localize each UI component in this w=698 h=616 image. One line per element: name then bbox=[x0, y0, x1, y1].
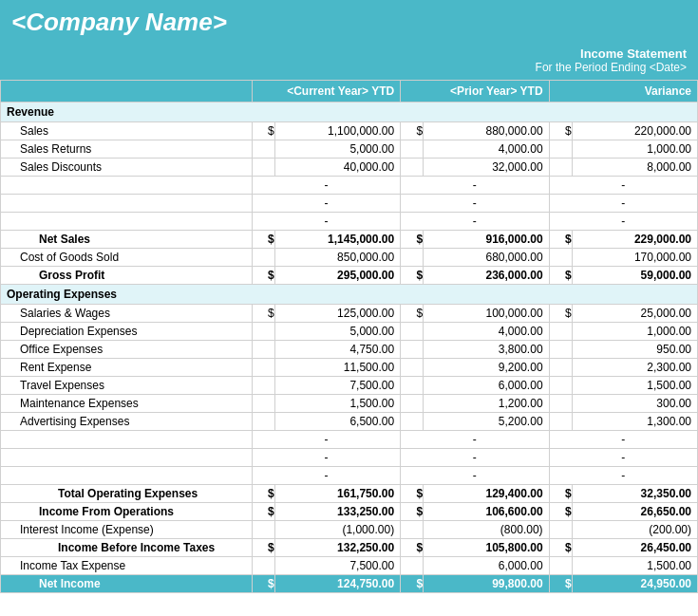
dollar3 bbox=[549, 341, 572, 359]
table-row: Sales Returns5,000.004,000.001,000.00 bbox=[1, 140, 698, 159]
dollar3 bbox=[549, 395, 572, 413]
val3: 220,000.00 bbox=[572, 122, 697, 140]
dollar1: $ bbox=[252, 267, 274, 285]
dollar1: $ bbox=[252, 503, 274, 521]
val2: 9,200.00 bbox=[424, 359, 549, 377]
table-row: --- bbox=[1, 449, 698, 467]
row-label: Gross Profit bbox=[1, 267, 253, 285]
val1: 132,250.00 bbox=[274, 539, 400, 557]
val3: - bbox=[549, 449, 697, 467]
val2: 4,000.00 bbox=[424, 323, 549, 341]
table-row: Salaries & Wages$125,000.00$100,000.00$2… bbox=[1, 305, 698, 323]
dollar2: $ bbox=[401, 539, 424, 557]
table-row: Maintenance Expenses1,500.001,200.00300.… bbox=[1, 395, 698, 413]
row-label: Cost of Goods Sold bbox=[1, 249, 253, 267]
dollar1: $ bbox=[252, 485, 274, 503]
val3: 950.00 bbox=[572, 341, 697, 359]
val3: 1,000.00 bbox=[572, 140, 697, 159]
dollar2: $ bbox=[401, 231, 424, 249]
val1: - bbox=[252, 449, 400, 467]
col-prior-year: <Prior Year> YTD bbox=[401, 81, 549, 103]
table-body: RevenueSales$1,100,000.00$880,000.00$220… bbox=[1, 103, 698, 593]
dollar3 bbox=[549, 359, 572, 377]
dollar2 bbox=[401, 557, 424, 575]
row-label: Sales Discounts bbox=[1, 159, 253, 177]
dollar3: $ bbox=[549, 503, 572, 521]
table-row: --- bbox=[1, 177, 698, 195]
dollar1 bbox=[252, 159, 274, 177]
table-row: Net Income$124,750.00$99,800.00$24,950.0… bbox=[1, 575, 698, 593]
table-row: Sales Discounts40,000.0032,000.008,000.0… bbox=[1, 159, 698, 177]
table-row: Rent Expense11,500.009,200.002,300.00 bbox=[1, 359, 698, 377]
row-label: Office Expenses bbox=[1, 341, 253, 359]
dollar2 bbox=[401, 413, 424, 431]
val3: 25,000.00 bbox=[572, 305, 697, 323]
val2: 5,200.00 bbox=[424, 413, 549, 431]
dollar3 bbox=[549, 249, 572, 267]
table-row: Income Tax Expense7,500.006,000.001,500.… bbox=[1, 557, 698, 575]
table-row: Travel Expenses7,500.006,000.001,500.00 bbox=[1, 377, 698, 395]
dollar2 bbox=[401, 359, 424, 377]
dollar1 bbox=[252, 249, 274, 267]
val2: - bbox=[401, 177, 549, 195]
val3: 170,000.00 bbox=[572, 249, 697, 267]
row-label: Rent Expense bbox=[1, 359, 253, 377]
val3: 24,950.00 bbox=[572, 575, 697, 593]
dollar2 bbox=[401, 341, 424, 359]
val1: - bbox=[252, 177, 400, 195]
dollar2 bbox=[401, 140, 424, 159]
table-row: --- bbox=[1, 431, 698, 449]
val1: 7,500.00 bbox=[274, 557, 400, 575]
table-row: Sales$1,100,000.00$880,000.00$220,000.00 bbox=[1, 122, 698, 140]
table-row: Cost of Goods Sold850,000.00680,000.0017… bbox=[1, 249, 698, 267]
val3: (200.00) bbox=[572, 521, 697, 539]
row-label: Interest Income (Expense) bbox=[1, 521, 253, 539]
row-label bbox=[1, 177, 253, 195]
table-row: Advertising Expenses6,500.005,200.001,30… bbox=[1, 413, 698, 431]
dollar1 bbox=[252, 557, 274, 575]
dollar1 bbox=[252, 140, 274, 159]
val1: 850,000.00 bbox=[274, 249, 400, 267]
section-title: Revenue bbox=[1, 103, 698, 122]
row-label: Total Operating Expenses bbox=[1, 485, 253, 503]
val2: 32,000.00 bbox=[424, 159, 549, 177]
dollar3 bbox=[549, 140, 572, 159]
val3: 1,500.00 bbox=[572, 377, 697, 395]
dollar1: $ bbox=[252, 305, 274, 323]
dollar3 bbox=[549, 557, 572, 575]
val2: 1,200.00 bbox=[424, 395, 549, 413]
val2: 680,000.00 bbox=[424, 249, 549, 267]
dollar2 bbox=[401, 249, 424, 267]
dollar1 bbox=[252, 413, 274, 431]
row-label: Income Tax Expense bbox=[1, 557, 253, 575]
row-label: Sales Returns bbox=[1, 140, 253, 159]
val2: - bbox=[401, 467, 549, 485]
row-label: Salaries & Wages bbox=[1, 305, 253, 323]
val2: - bbox=[401, 195, 549, 213]
row-label: Maintenance Expenses bbox=[1, 395, 253, 413]
val2: 99,800.00 bbox=[424, 575, 549, 593]
dollar1 bbox=[252, 521, 274, 539]
dollar2: $ bbox=[401, 122, 424, 140]
row-label: Income From Operations bbox=[1, 503, 253, 521]
dollar2: $ bbox=[401, 305, 424, 323]
val2: 129,400.00 bbox=[424, 485, 549, 503]
val2: (800.00) bbox=[424, 521, 549, 539]
dollar3: $ bbox=[549, 231, 572, 249]
dollar1: $ bbox=[252, 575, 274, 593]
val1: 1,100,000.00 bbox=[274, 122, 400, 140]
dollar3: $ bbox=[549, 539, 572, 557]
table-row: Interest Income (Expense)(1,000.00)(800.… bbox=[1, 521, 698, 539]
table-row: Income Before Income Taxes$132,250.00$10… bbox=[1, 539, 698, 557]
val3: - bbox=[549, 431, 697, 449]
val1: 11,500.00 bbox=[274, 359, 400, 377]
dollar1: $ bbox=[252, 539, 274, 557]
col-current-year: <Current Year> YTD bbox=[252, 81, 400, 103]
section-header-revenue: Revenue bbox=[1, 103, 698, 122]
val1: - bbox=[252, 431, 400, 449]
val3: - bbox=[549, 177, 697, 195]
table-row: Office Expenses4,750.003,800.00950.00 bbox=[1, 341, 698, 359]
val1: - bbox=[252, 467, 400, 485]
dollar3: $ bbox=[549, 305, 572, 323]
val3: 26,650.00 bbox=[572, 503, 697, 521]
